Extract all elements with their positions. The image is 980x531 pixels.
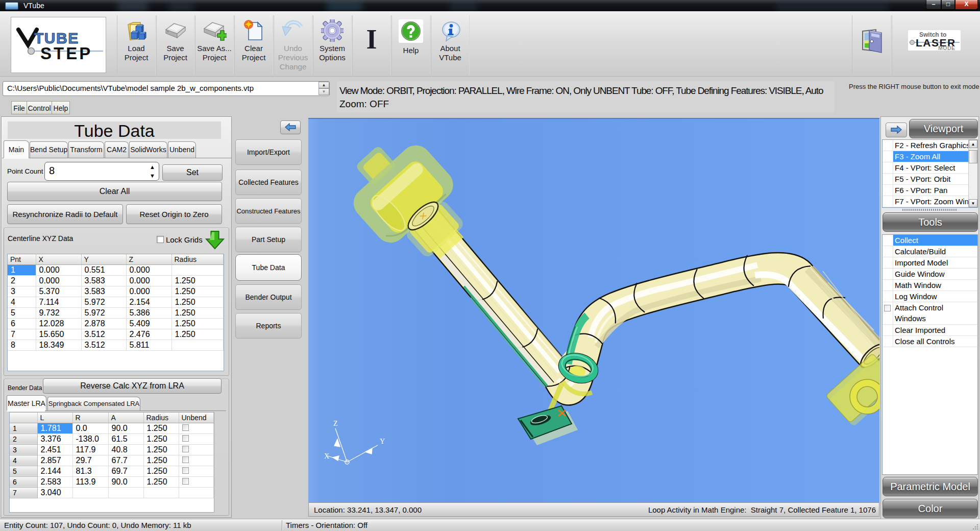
svg-text:STEP: STEP (40, 44, 92, 63)
svg-text:X: X (324, 452, 329, 460)
svg-text:MODE: MODE (938, 45, 955, 51)
svg-text:Y: Y (380, 438, 385, 445)
svg-text:Z: Z (333, 420, 338, 427)
